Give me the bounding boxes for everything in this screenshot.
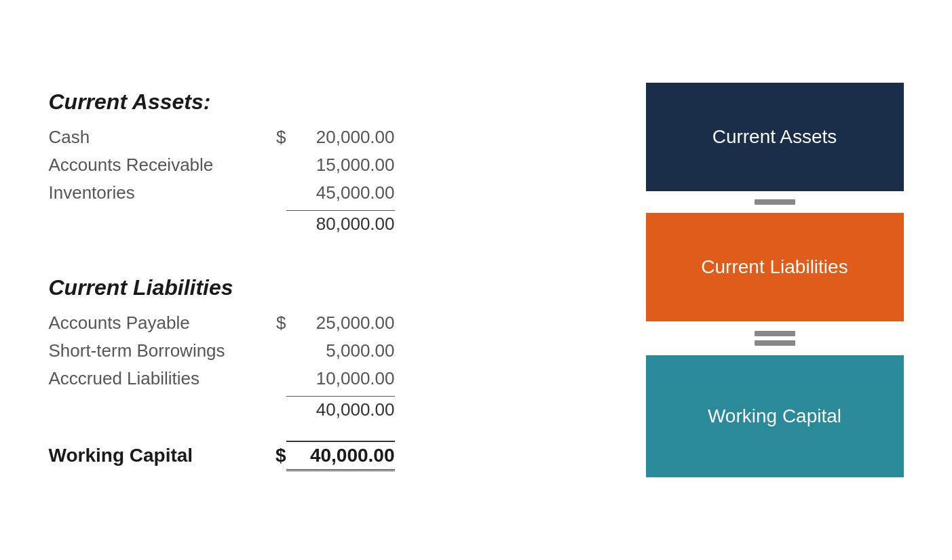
current-liabilities-subtotal-row: 40,000.00 (49, 396, 605, 420)
cash-value: 20,000.00 (286, 127, 395, 148)
current-liabilities-box-label: Current Liabilities (701, 256, 848, 278)
accounts-receivable-value: 15,000.00 (286, 155, 395, 176)
inventories-value: 45,000.00 (286, 182, 395, 203)
current-liabilities-header: Current Liabilities (49, 275, 605, 300)
section-gap-1 (49, 248, 605, 275)
equals-bar-1 (755, 331, 795, 336)
cash-label: Cash (49, 127, 266, 148)
minus-connector (755, 191, 795, 213)
current-assets-subtotal-row: 80,000.00 (49, 210, 605, 235)
working-capital-box-label: Working Capital (708, 405, 841, 427)
inventories-row: Inventories 45,000.00 (49, 182, 605, 203)
working-capital-value: 40,000.00 (286, 441, 395, 471)
current-assets-header: Current Assets: (49, 89, 605, 115)
equals-bar-2 (755, 340, 795, 346)
page-container: Current Assets: Cash $ 20,000.00 Account… (35, 56, 917, 504)
working-capital-row: Working Capital $ 40,000.00 (49, 441, 605, 471)
financial-table: Current Assets: Cash $ 20,000.00 Account… (49, 83, 605, 471)
cash-currency: $ (266, 127, 286, 148)
accounts-payable-label: Accounts Payable (49, 313, 266, 334)
short-term-borrowings-label: Short-term Borrowings (49, 340, 266, 361)
accounts-receivable-label: Accounts Receivable (49, 155, 266, 176)
accounts-payable-currency: $ (266, 313, 286, 334)
short-term-borrowings-row: Short-term Borrowings 5,000.00 (49, 340, 605, 361)
accrued-liabilities-label: Acccrued Liabilities (49, 368, 266, 389)
short-term-borrowings-value: 5,000.00 (286, 340, 395, 361)
accounts-payable-value: 25,000.00 (286, 313, 395, 334)
current-assets-box: Current Assets (646, 83, 904, 191)
accounts-payable-row: Accounts Payable $ 25,000.00 (49, 313, 605, 334)
cash-row: Cash $ 20,000.00 (49, 127, 605, 148)
working-capital-currency: $ (266, 445, 286, 466)
current-liabilities-subtotal-area: 40,000.00 (266, 396, 395, 420)
inventories-label: Inventories (49, 182, 266, 203)
accrued-liabilities-row: Acccrued Liabilities 10,000.00 (49, 368, 605, 389)
working-capital-label: Working Capital (49, 445, 266, 466)
current-assets-box-label: Current Assets (712, 126, 837, 148)
current-liabilities-box: Current Liabilities (646, 213, 904, 321)
visual-panel: Current Assets Current Liabilities Worki… (646, 83, 904, 477)
working-capital-box: Working Capital (646, 355, 904, 477)
accounts-receivable-row: Accounts Receivable 15,000.00 (49, 155, 605, 176)
current-assets-subtotal: 80,000.00 (286, 210, 395, 235)
current-assets-subtotal-area: 80,000.00 (266, 210, 395, 235)
accrued-liabilities-value: 10,000.00 (286, 368, 395, 389)
equals-connector (755, 321, 795, 355)
minus-bar-1 (755, 199, 795, 205)
current-liabilities-subtotal: 40,000.00 (286, 396, 395, 420)
